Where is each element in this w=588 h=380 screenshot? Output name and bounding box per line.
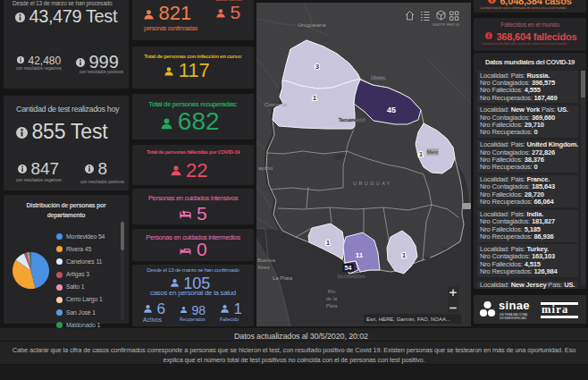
svg-text:Plata: Plata <box>326 303 338 308</box>
svg-text:1: 1 <box>326 239 331 247</box>
svg-text:Montevideo: Montevideo <box>337 274 365 279</box>
svg-text:Rivera: Rivera <box>371 75 386 80</box>
svg-text:45: 45 <box>387 106 396 114</box>
svg-text:11: 11 <box>356 251 364 259</box>
svg-text:La Plata: La Plata <box>273 275 293 281</box>
svg-text:Uruguaiana: Uruguaiana <box>298 22 326 28</box>
svg-text:PRINT US: PRINT US <box>447 23 459 27</box>
svg-text:1: 1 <box>402 251 407 259</box>
svg-text:54: 54 <box>345 265 352 271</box>
svg-text:Concordia: Concordia <box>265 102 288 107</box>
svg-text:URUGUAY: URUGUAY <box>353 181 392 186</box>
svg-text:Río: Río <box>328 289 336 294</box>
svg-text:1: 1 <box>419 150 424 158</box>
svg-text:Aires: Aires <box>257 265 270 270</box>
svg-text:Melo: Melo <box>427 149 438 155</box>
svg-text:1: 1 <box>313 94 317 102</box>
svg-text:de la: de la <box>326 296 338 301</box>
svg-text:Tacuarembó: Tacuarembó <box>339 117 365 122</box>
svg-text:Esri, HERE, Garmin, FAO, NOAA.: Esri, HERE, Garmin, FAO, NOAA... <box>366 317 450 322</box>
svg-text:Buenos: Buenos <box>257 258 275 263</box>
svg-text:aychú: aychú <box>258 165 273 171</box>
svg-text:3: 3 <box>315 63 320 71</box>
svg-text:DESKTOP: DESKTOP <box>433 23 445 27</box>
